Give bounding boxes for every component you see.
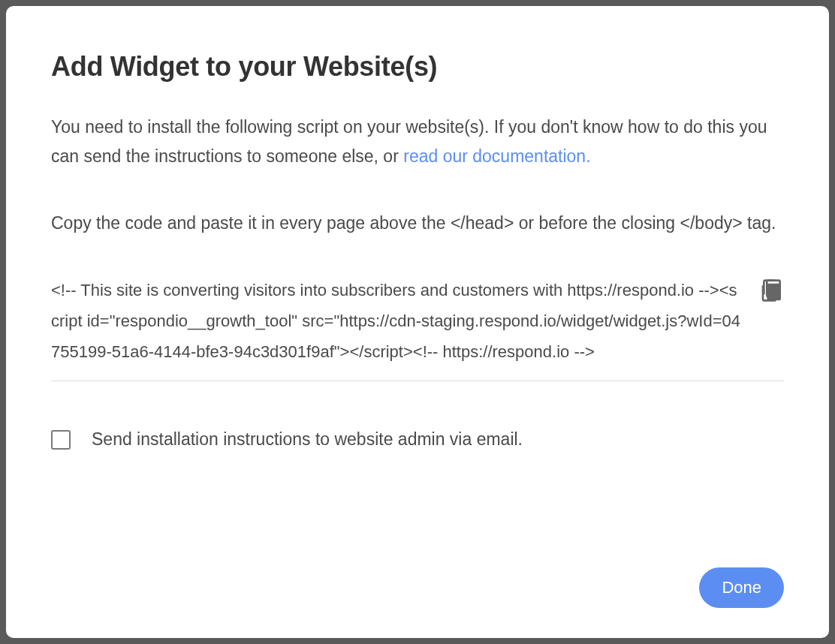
instruction-text: Copy the code and paste it in every page…: [51, 209, 784, 238]
send-instructions-checkbox[interactable]: [51, 430, 71, 450]
documentation-link[interactable]: read our documentation.: [403, 146, 590, 166]
modal-title: Add Widget to your Website(s): [51, 51, 784, 83]
code-snippet-row: <!-- This site is converting visitors in…: [51, 275, 784, 381]
send-instructions-row: Send installation instructions to websit…: [51, 426, 784, 453]
copy-icon[interactable]: [760, 278, 784, 302]
modal-footer: Done: [51, 567, 784, 608]
done-button[interactable]: Done: [699, 567, 784, 608]
send-instructions-label: Send installation instructions to websit…: [92, 426, 523, 453]
intro-paragraph: You need to install the following script…: [51, 113, 784, 171]
add-widget-modal: Add Widget to your Website(s) You need t…: [6, 6, 829, 638]
code-snippet[interactable]: <!-- This site is converting visitors in…: [51, 275, 745, 367]
